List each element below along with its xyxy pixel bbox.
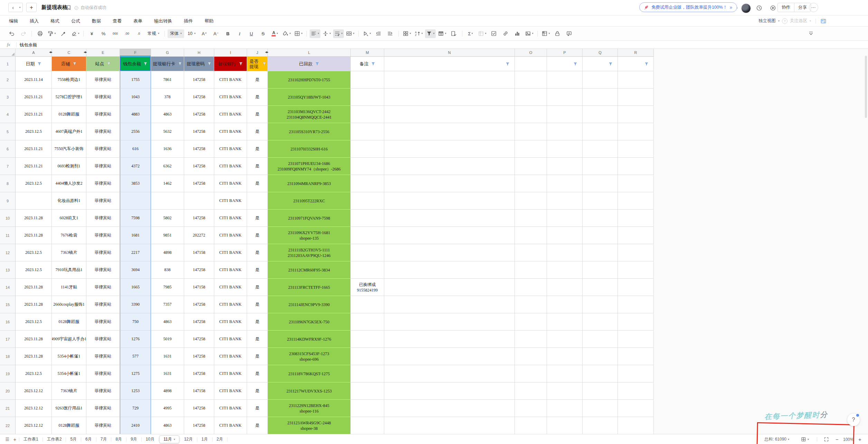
cell[interactable] [547,279,583,296]
cell[interactable]: 4898 [151,382,184,400]
cell[interactable]: 1276 [120,331,151,348]
cell[interactable] [351,123,384,140]
cell[interactable]: 7363镜片 [52,244,86,261]
cell[interactable] [515,348,547,365]
cell[interactable]: 4607高端户外1 [52,123,86,140]
sheet-tab-工作表1[interactable]: 工作表1 [20,436,42,443]
formula-input[interactable]: 钱包余额 [20,42,37,48]
view-help-icon[interactable]: ? [782,18,787,24]
cell[interactable]: 231103M136QVCT-2442231104Q8NMQQCE-2441 [268,106,351,123]
cell[interactable]: 2311094MRANRF9-3853 [268,175,351,192]
cell[interactable]: 是 [247,382,268,400]
column-header-I[interactable]: I [214,49,247,57]
cell[interactable]: 2023.12.5 [16,261,52,279]
column-header-R[interactable]: R [618,49,654,57]
cell[interactable] [515,400,547,417]
cell[interactable] [515,296,547,313]
cell[interactable]: 菲律宾站 [86,158,120,175]
row-header-7[interactable]: 7 [0,158,16,175]
row-header-14[interactable]: 14 [0,279,16,296]
cell[interactable]: 231118V786KQST-1275 [268,365,351,382]
cell[interactable] [351,158,384,175]
cell[interactable]: 231114JENC9PV9-3390 [268,296,351,313]
cell[interactable]: 1665 [120,279,151,296]
checkbox[interactable] [489,29,499,38]
cell[interactable]: 147258 [184,175,214,192]
cell[interactable]: 2023.11.21 [16,140,52,158]
cell[interactable]: 147258 [184,123,214,140]
cell[interactable] [583,89,618,106]
menu-item-数据[interactable]: 数据 [92,18,101,24]
sheet-tab-2月[interactable]: 2月 [213,436,227,443]
cell[interactable]: 147258 [184,296,214,313]
row-header-19[interactable]: 19 [0,365,16,382]
cell[interactable] [547,158,583,175]
cell[interactable]: 231114KDWFRX9F-1276 [268,331,351,348]
cell[interactable] [618,192,654,210]
row-header-5[interactable]: 5 [0,123,16,140]
hyperlink[interactable] [500,29,511,38]
menu-item-表单[interactable]: 表单 [133,18,142,24]
sort[interactable]: AZ▾ [413,29,424,38]
cell[interactable]: 菲律宾站 [86,210,120,227]
cell[interactable] [547,175,583,192]
indent-decrease[interactable] [373,29,384,38]
header-cell-L[interactable]: 已回款 [268,57,351,71]
cell[interactable]: 是 [247,123,268,140]
cell[interactable]: 是 [247,227,268,244]
cell[interactable]: 2023.12.5 [16,365,52,382]
new-document-button[interactable]: + [26,3,37,12]
cell[interactable] [618,331,654,348]
cell[interactable]: CITI BANK [214,71,247,89]
cell[interactable]: 菲律宾站 [86,106,120,123]
cell[interactable] [515,261,547,279]
font-color[interactable]: A▾ [270,29,280,38]
clear-format[interactable]: ▾ [70,29,81,38]
row-header-8[interactable]: 8 [0,175,16,192]
cell[interactable] [515,140,547,158]
column-header-M[interactable]: M [351,49,384,57]
cell[interactable]: 5632 [151,123,184,140]
cell[interactable]: 750 [120,313,151,331]
cell[interactable]: 147258 [184,210,214,227]
row-header-10[interactable]: 10 [0,210,16,227]
column-header-N[interactable]: N [384,49,515,57]
cell[interactable] [583,227,618,244]
filter-icon[interactable] [371,62,375,66]
cell[interactable]: CITI BANK [214,192,247,210]
cell[interactable] [618,227,654,244]
cell[interactable] [515,89,547,106]
cell[interactable]: 4863 [151,417,184,434]
cell[interactable]: 7985 [151,279,184,296]
cell[interactable]: 231111B2GTH3V5-11112311203AAVP9QU-1246 [268,244,351,261]
cell[interactable] [515,382,547,400]
cell[interactable] [384,71,515,89]
cell[interactable]: 5354小帐篷1 [52,348,86,365]
cell[interactable]: 菲律宾站 [86,382,120,400]
cell[interactable]: 147158 [184,279,214,296]
cell[interactable]: 577 [120,348,151,365]
cell[interactable] [583,158,618,175]
cell[interactable] [351,296,384,313]
font-size-select[interactable]: 10▾ [185,29,198,38]
cell[interactable] [351,227,384,244]
cell[interactable]: 5278口腔护理1 [52,89,86,106]
insert-cells[interactable]: ▾ [402,29,412,38]
cell[interactable] [547,261,583,279]
menu-item-公式[interactable]: 公式 [71,18,80,24]
cell[interactable]: 是 [247,158,268,175]
protect-sheet[interactable] [552,29,563,38]
redo[interactable] [18,29,29,38]
zoom-level[interactable]: 100% [843,434,854,444]
cell[interactable]: 147258 [184,106,214,123]
cell[interactable]: 菲律宾站 [86,348,120,365]
cell[interactable]: 菲律宾站 [86,175,120,192]
column-header-G[interactable]: G [151,49,184,57]
cell[interactable] [583,210,618,227]
cell[interactable]: 菲律宾站 [86,123,120,140]
cell[interactable]: 2311070J332S0H-616 [268,140,351,158]
cell[interactable]: 是 [247,106,268,123]
cell[interactable]: 是 [247,400,268,417]
column-header-H[interactable]: H [184,49,214,57]
cell[interactable] [351,331,384,348]
